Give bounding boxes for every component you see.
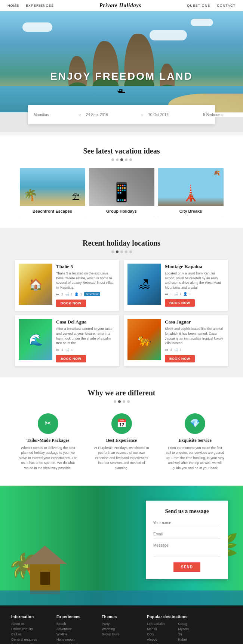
- footer-link-call[interactable]: Call us: [11, 632, 51, 636]
- casa-agua-desc: After a breakfast catered to your taste …: [56, 326, 116, 345]
- vacation-card-beach[interactable]: 🌴 ⛱ Beachfront Escapes: [20, 168, 85, 216]
- dot-4[interactable]: [125, 158, 127, 161]
- navigation: HOME EXPERIENCES Private Holidays QUESTI…: [0, 0, 243, 11]
- tailor-desc: When it comes to delivering the best pla…: [19, 446, 77, 471]
- locations-dots: [15, 250, 228, 253]
- send-button[interactable]: SEND: [173, 562, 200, 572]
- hut-door: [40, 572, 50, 585]
- footer-link-sli[interactable]: Sli: [178, 632, 195, 636]
- nav-left: HOME EXPERIENCES: [7, 4, 54, 7]
- bath-icon-4: 🛁: [174, 348, 178, 352]
- casa-jaguar-name: Casa Jaguar: [165, 319, 224, 325]
- loc-dot-1[interactable]: [111, 250, 114, 253]
- group-label: Group Holidays: [89, 206, 154, 216]
- footer-link-wildlife[interactable]: Wildlife: [56, 632, 96, 636]
- loc-dot-2-active[interactable]: [116, 250, 119, 253]
- contact-form: Send us a message SEND: [146, 501, 228, 579]
- eiffel-icon: 🗼: [181, 185, 200, 202]
- footer-link-adventure[interactable]: Adventure: [56, 627, 96, 631]
- contact-name-input[interactable]: [153, 519, 221, 527]
- nav-experiences[interactable]: EXPERIENCES: [26, 4, 54, 7]
- contact-email-input[interactable]: [153, 530, 221, 538]
- why-card-experience: 📅 Best Experience At Purplerain Holidays…: [89, 410, 155, 475]
- contact-message-input[interactable]: [153, 541, 221, 556]
- contact-section: 🌴 🌿 Send us a message SEND: [0, 486, 243, 605]
- beachfront-badge: Beachfront: [84, 292, 101, 296]
- dot-1[interactable]: [111, 158, 114, 161]
- footer-link-beach[interactable]: Beach: [56, 622, 96, 626]
- beach-label: Beachfront Escapes: [20, 206, 85, 216]
- footer-link-general[interactable]: General enquires: [11, 638, 51, 641]
- loc-dot-3[interactable]: [120, 250, 123, 253]
- locations-section: Recent holiday locations 🏠 Thalie 5 Thal…: [0, 228, 243, 377]
- nav-brand[interactable]: Private Holidays: [99, 3, 141, 9]
- loc-dot-5[interactable]: [129, 250, 132, 253]
- footer-link-enquiry[interactable]: Online enquiry: [11, 627, 51, 631]
- service-title: Exquisite Service: [166, 438, 224, 443]
- footer-link-leh[interactable]: Leh-Ladakh: [147, 622, 171, 626]
- hero-boat: 🛥: [117, 85, 126, 95]
- footer-link-aleppy[interactable]: Aleppy: [147, 638, 171, 641]
- search-bedrooms[interactable]: [203, 113, 243, 117]
- vacation-card-city[interactable]: 🗼 🍂 City Breaks: [158, 168, 224, 216]
- footer-link-mysore[interactable]: Mysore: [178, 627, 195, 631]
- leaves-icon: 🍂: [213, 170, 220, 176]
- why-section: Why we are different ✂ Tailor-Made Packa…: [0, 377, 243, 486]
- search-date-from[interactable]: [86, 113, 133, 117]
- nav-home[interactable]: HOME: [7, 4, 19, 7]
- destinations-col1: Leh-Ladakh Manali Ooty Aleppy Darjeeling…: [147, 622, 171, 644]
- footer-link-about[interactable]: About us: [11, 622, 51, 626]
- nav-contact[interactable]: CONTACT: [217, 4, 236, 7]
- footer-link-ooty[interactable]: Ooty: [147, 632, 171, 636]
- hut-body: [30, 564, 60, 594]
- calendar-icon: 📅: [117, 419, 127, 428]
- footer-link-honeymoon[interactable]: Honeymoon: [56, 638, 96, 641]
- destinations-grid: Leh-Ladakh Manali Ooty Aleppy Darjeeling…: [147, 622, 232, 644]
- nav-right: QUESTIONS CONTACT: [187, 4, 236, 7]
- hero-section: 🛥 ENJOY FREEDOM LAND: [0, 11, 243, 116]
- montage-image: 🏖: [127, 264, 161, 305]
- dot-3-active[interactable]: [120, 158, 123, 161]
- footer-link-kabni[interactable]: Kabni: [178, 638, 195, 641]
- bath-icon-2: 🛁: [174, 292, 178, 296]
- locations-title: Recent holiday locations: [15, 239, 228, 247]
- vacation-section: See latest vacation ideas 🌴 ⛱ Beachfront…: [0, 136, 243, 228]
- casa-jaguar-info: Casa Jaguar Sleek and sophisticated like…: [165, 319, 224, 362]
- why-dots: [15, 400, 228, 403]
- bath-icon-3: 🛁: [65, 348, 69, 352]
- montage-icons: 🛏1 🛁1 👤1: [165, 292, 224, 296]
- casa-agua-book-button[interactable]: BOOK NOW: [56, 355, 86, 362]
- footer-information-title: Information: [11, 615, 51, 619]
- dot-2[interactable]: [116, 158, 119, 161]
- location-thalie: 🏠 Thalie 5 Thalie 5 is located on the ex…: [15, 260, 119, 311]
- nav-questions[interactable]: QUESTIONS: [187, 4, 210, 7]
- dot-5[interactable]: [129, 158, 132, 161]
- why-dot-4[interactable]: [127, 400, 130, 403]
- footer-link-wedding[interactable]: Wedding: [102, 627, 141, 631]
- cloud-1: [22, 22, 52, 32]
- thalie-book-button[interactable]: BOOK NOW: [56, 300, 86, 307]
- vacation-dots: [15, 158, 228, 161]
- footer-destinations-title: Popular destinations: [147, 615, 232, 619]
- why-dot-1[interactable]: [114, 400, 116, 403]
- footer-link-manali[interactable]: Manali: [147, 627, 171, 631]
- search-date-to[interactable]: [148, 113, 196, 117]
- experience-icon-circle: 📅: [111, 413, 132, 434]
- search-location[interactable]: [34, 113, 71, 117]
- hut-roof: [22, 546, 67, 564]
- casa-agua-image: 🌊: [19, 319, 52, 360]
- casa-jaguar-book-button[interactable]: BOOK NOW: [165, 355, 195, 362]
- loc-dot-4[interactable]: [125, 250, 127, 253]
- footer-link-coorg[interactable]: Coorg: [178, 622, 195, 626]
- footer-link-group[interactable]: Group tours: [102, 632, 141, 636]
- vacation-card-group[interactable]: 📱 Group Holidays: [89, 168, 154, 216]
- casa-agua-name: Casa Del Agua: [56, 319, 116, 325]
- why-dot-2-active[interactable]: [118, 400, 121, 403]
- thalie-info: Thalie 5 Thalie 5 is located on the excl…: [56, 264, 116, 307]
- diamond-icon: 💎: [190, 419, 200, 428]
- footer-link-party[interactable]: Party: [102, 622, 141, 626]
- thalie-image: 🏠: [19, 264, 52, 305]
- montage-desc: Located only a jaunt from Kahului airpor…: [165, 271, 224, 290]
- montage-book-button[interactable]: BOOK NOW: [165, 299, 195, 307]
- why-dot-3[interactable]: [123, 400, 125, 403]
